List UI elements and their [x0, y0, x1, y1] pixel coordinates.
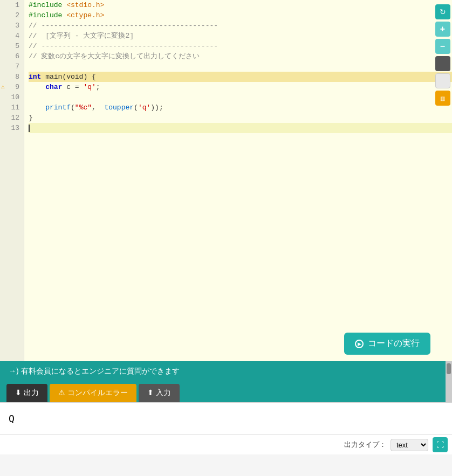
code-line: #include <stdio.h>: [29, 0, 452, 10]
line-number: 4: [0, 31, 24, 41]
line-number: 8: [0, 72, 24, 82]
line-numbers: 12345678910111213: [0, 0, 24, 361]
code-line: [29, 92, 452, 102]
editor-container: 12345678910111213 #include <stdio.h>#inc…: [0, 0, 452, 361]
tabs-row: ⬇ 出力 ⚠ コンパイルエラー ⬆ 入力: [0, 382, 452, 402]
bottom-scroll-area: →) 有料会員になるとエンジニアに質問ができます ⬇ 出力 ⚠ コンパイルエラー…: [0, 361, 452, 402]
refresh-button[interactable]: ↻: [435, 4, 450, 19]
output-type-select[interactable]: text binary: [391, 439, 428, 451]
output-value: Q: [9, 413, 15, 424]
member-banner[interactable]: →) 有料会員になるとエンジニアに質問ができます: [0, 361, 452, 382]
panel-scrollbar-thumb: [447, 363, 451, 374]
code-line: int main(void) {: [29, 72, 452, 82]
code-line: [29, 123, 452, 133]
output-area: Q: [0, 402, 452, 434]
code-line: // -------------------------------------…: [29, 20, 452, 31]
dark-button[interactable]: [435, 56, 450, 71]
code-line: // -------------------------------------…: [29, 41, 452, 51]
play-icon: ▶: [355, 340, 364, 348]
footer-bar: 出力タイプ： text binary ⛶: [0, 434, 452, 454]
output-type-label: 出力タイプ：: [344, 440, 386, 450]
run-button-container: ▶ コードの実行: [344, 333, 430, 355]
fullscreen-button[interactable]: ⛶: [433, 437, 448, 452]
line-number: 7: [0, 61, 24, 72]
scroll-button[interactable]: ▥: [435, 91, 450, 106]
member-banner-text: →) 有料会員になるとエンジニアに質問ができます: [9, 367, 180, 376]
tab-input[interactable]: ⬆ 入力: [139, 384, 180, 402]
run-button[interactable]: ▶ コードの実行: [344, 333, 430, 355]
run-button-label: コードの実行: [368, 338, 420, 349]
bottom-panel: →) 有料会員になるとエンジニアに質問ができます ⬇ 出力 ⚠ コンパイルエラー…: [0, 361, 452, 402]
line-number: 10: [0, 92, 24, 102]
panel-scrollbar[interactable]: [446, 361, 452, 402]
code-area: 12345678910111213 #include <stdio.h>#inc…: [0, 0, 452, 361]
line-number: 9: [0, 82, 24, 92]
code-line: }: [29, 113, 452, 123]
zoom-out-button[interactable]: −: [435, 39, 450, 54]
code-line: // 変数cの文字を大文字に変換して出力してください: [29, 51, 452, 61]
line-number: 11: [0, 102, 24, 113]
tab-compile-error[interactable]: ⚠ コンパイルエラー: [50, 384, 136, 402]
light-button[interactable]: [435, 73, 450, 88]
line-number: 5: [0, 41, 24, 51]
line-number: 3: [0, 20, 24, 31]
tab-output[interactable]: ⬇ 出力: [6, 384, 47, 402]
line-number: 13: [0, 123, 24, 133]
code-line: #include <ctype.h>: [29, 10, 452, 20]
code-line: printf("%c", toupper('q'));: [29, 102, 452, 113]
code-content[interactable]: #include <stdio.h>#include <ctype.h>// -…: [24, 0, 452, 361]
code-line: // [文字列 - 大文字に変換2]: [29, 31, 452, 41]
code-line: char c = 'q';: [29, 82, 452, 92]
fullscreen-icon: ⛶: [436, 440, 444, 449]
zoom-in-button[interactable]: +: [435, 22, 450, 37]
right-toolbar: ↻ + − ▥: [433, 0, 452, 110]
line-number: 1: [0, 0, 24, 10]
code-line: [29, 61, 452, 72]
line-number: 6: [0, 51, 24, 61]
line-number: 2: [0, 10, 24, 20]
line-number: 12: [0, 113, 24, 123]
